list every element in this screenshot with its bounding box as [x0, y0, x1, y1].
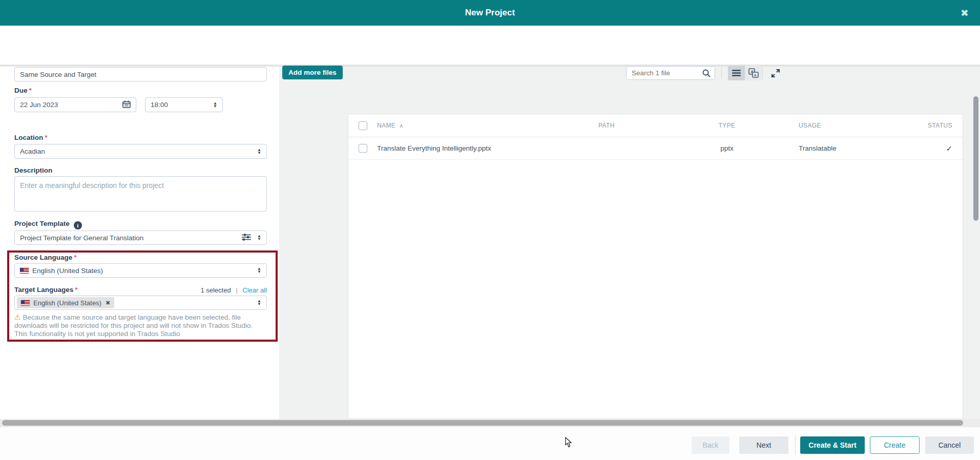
- list-view-icon: [732, 70, 741, 76]
- vertical-scrollbar[interactable]: [973, 96, 978, 221]
- due-time-value: 18:00: [145, 101, 213, 109]
- language-chip-label: English (United States): [33, 299, 101, 307]
- toolbar-divider: [721, 67, 722, 79]
- back-button[interactable]: Back: [692, 436, 729, 454]
- target-languages-label: Target Languages*: [14, 286, 78, 294]
- column-name[interactable]: NAME∧: [377, 122, 543, 129]
- column-usage[interactable]: USAGE: [783, 122, 901, 129]
- project-name-input[interactable]: [15, 68, 266, 81]
- dialog-title: New Project: [0, 0, 980, 26]
- column-status[interactable]: STATUS: [901, 122, 963, 129]
- same-language-warning: ⚠Because the same source and target lang…: [14, 313, 264, 338]
- spinner-icon[interactable]: ▲▼: [213, 102, 217, 108]
- create-and-start-button[interactable]: Create & Start: [800, 436, 865, 454]
- due-time-select[interactable]: 18:00 ▲▼: [145, 97, 223, 112]
- language-pairs-icon: Ax: [748, 68, 759, 78]
- description-label: Description: [14, 166, 52, 174]
- project-template-label: Project Templatei: [14, 220, 82, 229]
- us-flag-icon: [20, 268, 29, 274]
- clear-all-link[interactable]: Clear all: [242, 286, 267, 294]
- source-language-select[interactable]: English (United States) ▲▼: [14, 263, 267, 278]
- warning-text: Because the same source and target langu…: [14, 313, 253, 338]
- location-label: Location*: [14, 134, 48, 141]
- next-button[interactable]: Next: [739, 436, 788, 454]
- row-checkbox[interactable]: [359, 144, 367, 153]
- remove-language-icon[interactable]: ✖: [106, 300, 110, 306]
- source-language-label: Source Language*: [14, 254, 77, 261]
- location-value: Acadian: [15, 148, 257, 155]
- select-all-checkbox[interactable]: [359, 121, 367, 130]
- spinner-icon[interactable]: ▲▼: [257, 149, 261, 155]
- file-usage: Translatable: [783, 144, 901, 152]
- files-table: NAME∧ PATH TYPE USAGE STATUS Translate E…: [348, 114, 963, 419]
- add-more-files-button[interactable]: Add more files: [282, 66, 343, 79]
- column-type[interactable]: TYPE: [671, 122, 783, 129]
- wizard-stepper: ✓ General Translation Engine Pricing Mod…: [0, 26, 980, 65]
- due-label: Due*: [14, 87, 32, 94]
- project-template-value: Project Template for General Translation: [15, 234, 242, 242]
- dialog-header: New Project ✖: [0, 0, 980, 26]
- files-table-header: NAME∧ PATH TYPE USAGE STATUS: [348, 114, 963, 137]
- us-flag-icon: [21, 300, 30, 306]
- file-name: Translate Everything Intelligently.pptx: [377, 144, 543, 152]
- close-icon[interactable]: ✖: [957, 6, 972, 20]
- description-textarea[interactable]: [15, 177, 266, 211]
- source-language-value: English (United States): [32, 267, 257, 275]
- file-type: pptx: [671, 144, 783, 152]
- warning-icon: ⚠: [14, 313, 21, 321]
- toolbar-divider: [762, 67, 763, 79]
- required-asterisk: *: [29, 87, 32, 94]
- target-selection-summary: 1 selected | Clear all: [200, 286, 267, 294]
- create-button[interactable]: Create: [870, 436, 920, 454]
- spinner-icon[interactable]: ▲▼: [257, 267, 261, 274]
- filter-icon[interactable]: [242, 234, 251, 242]
- location-select[interactable]: Acadian ▲▼: [14, 144, 267, 159]
- due-date-value: 22 Jun 2023: [15, 101, 122, 109]
- spinner-icon[interactable]: ▲▼: [257, 235, 261, 241]
- file-search-wrap: [626, 66, 715, 80]
- language-pairs-view-button[interactable]: Ax: [745, 66, 762, 80]
- file-search-input[interactable]: [627, 69, 702, 77]
- column-path[interactable]: PATH: [543, 122, 671, 129]
- info-icon[interactable]: i: [74, 221, 82, 229]
- spinner-icon[interactable]: ▲▼: [257, 300, 261, 306]
- calendar-icon[interactable]: [122, 100, 131, 110]
- status-check-icon: ✓: [946, 144, 952, 153]
- selected-count: 1 selected: [200, 286, 231, 294]
- project-name-field-wrap: [14, 67, 267, 81]
- svg-text:x: x: [754, 73, 757, 77]
- search-icon[interactable]: [702, 69, 711, 77]
- project-template-select[interactable]: Project Template for General Translation…: [14, 231, 267, 245]
- sort-asc-icon: ∧: [399, 122, 403, 129]
- view-toggle: Ax: [728, 66, 762, 80]
- due-date-picker[interactable]: 22 Jun 2023: [14, 97, 136, 112]
- mouse-cursor: [565, 437, 572, 450]
- description-field-wrap: [14, 176, 267, 212]
- summary-separator: |: [236, 286, 237, 294]
- cancel-button[interactable]: Cancel: [925, 436, 974, 454]
- horizontal-scrollbar-thumb[interactable]: [2, 420, 963, 426]
- expand-icon[interactable]: [768, 67, 783, 80]
- footer-divider: [795, 435, 796, 455]
- table-row[interactable]: Translate Everything Intelligently.pptx …: [348, 137, 963, 160]
- list-view-button[interactable]: [728, 66, 745, 80]
- language-chip: English (United States) ✖: [17, 297, 114, 308]
- target-languages-select[interactable]: English (United States) ✖ ▲▼: [14, 296, 267, 310]
